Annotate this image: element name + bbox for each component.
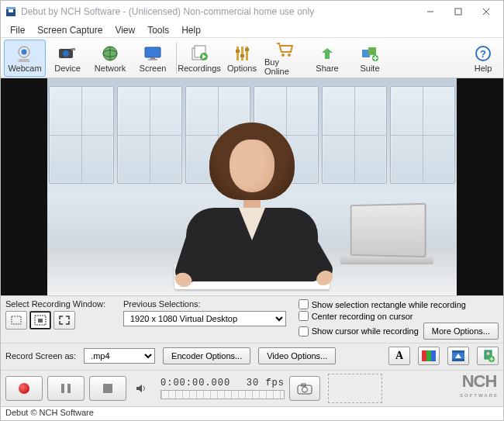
suite-icon (361, 43, 379, 64)
svg-rect-15 (145, 47, 161, 57)
svg-rect-49 (103, 384, 112, 393)
svg-rect-42 (452, 359, 464, 361)
svg-point-27 (281, 53, 285, 57)
toolbar-share[interactable]: Share (306, 40, 348, 77)
menu-screen-capture[interactable]: Screen Capture (31, 23, 109, 37)
svg-point-28 (288, 53, 291, 57)
webcam-preview (47, 78, 457, 295)
snapshot-button[interactable] (289, 376, 320, 401)
pause-icon (60, 383, 71, 394)
select-fullscreen-button[interactable] (54, 311, 75, 330)
svg-rect-17 (148, 59, 157, 60)
format-select[interactable]: .mp4 (84, 348, 155, 364)
device-icon (57, 43, 78, 64)
minimize-button[interactable] (416, 2, 444, 21)
timeline-ruler[interactable] (161, 390, 285, 399)
toolbar-network-label: Network (95, 64, 126, 73)
cart-icon (275, 40, 294, 57)
menu-help[interactable]: Help (175, 23, 207, 37)
maximize-button[interactable] (444, 2, 472, 21)
window-title: Debut by NCH Software - (Unlicensed) Non… (21, 6, 416, 17)
close-button[interactable] (472, 2, 500, 21)
svg-rect-11 (71, 48, 75, 50)
timecode-value: 0:00:00.000 (161, 378, 230, 388)
svg-rect-21 (236, 47, 239, 60)
toolbar-suite-label: Suite (360, 64, 379, 73)
toolbar-network[interactable]: Network (89, 40, 131, 77)
toolbar-webcam-label: Webcam (8, 64, 41, 73)
svg-rect-30 (368, 47, 376, 55)
recordings-icon (190, 43, 209, 64)
svg-point-45 (487, 352, 490, 355)
toolbar-webcam[interactable]: Webcam (4, 40, 46, 77)
help-icon: ? (475, 43, 492, 64)
speaker-icon[interactable] (136, 383, 148, 394)
more-options-button[interactable]: More Options... (423, 323, 499, 340)
svg-rect-4 (455, 9, 461, 15)
svg-rect-26 (245, 48, 249, 51)
svg-rect-25 (240, 54, 244, 57)
app-icon (5, 6, 16, 17)
network-icon (101, 43, 119, 64)
svg-rect-48 (67, 384, 71, 393)
check-show-rectangle[interactable]: Show selection rectangle while recording (299, 299, 499, 309)
toolbar-buy-online[interactable]: Buy Online (264, 40, 306, 77)
toolbar-screen-label: Screen (140, 64, 167, 73)
stop-button[interactable] (89, 376, 126, 401)
check-show-cursor[interactable]: Show cursor while recording (299, 326, 419, 336)
toolbar: Webcam Device Network Screen Recordings … (1, 38, 503, 78)
preview-drop-area[interactable] (328, 374, 382, 403)
svg-rect-38 (426, 350, 431, 361)
select-rectangle-button[interactable] (5, 311, 27, 330)
effects-button[interactable] (447, 347, 469, 365)
svg-rect-39 (431, 350, 436, 361)
stop-icon (102, 383, 113, 394)
svg-point-51 (302, 387, 308, 392)
toolbar-separator (176, 43, 177, 74)
toolbar-help[interactable]: ? Help (467, 40, 499, 77)
toolbar-recordings-label: Recordings (178, 64, 221, 73)
toolbar-device-label: Device (54, 64, 81, 73)
camera-icon (297, 382, 312, 395)
toolbar-suite[interactable]: Suite (349, 40, 391, 77)
encoder-options-button[interactable]: Encoder Options... (163, 347, 250, 364)
share-icon (319, 43, 336, 64)
menu-view[interactable]: View (109, 23, 141, 37)
status-bar: Debut © NCH Software (1, 406, 503, 420)
record-button[interactable] (5, 376, 43, 401)
toolbar-options[interactable]: Options (221, 40, 263, 77)
toolbar-recordings[interactable]: Recordings (178, 40, 220, 77)
svg-rect-34 (12, 316, 21, 324)
select-window-label: Select Recording Window: (5, 299, 116, 309)
toolbar-device[interactable]: Device (47, 40, 88, 77)
svg-text:?: ? (480, 48, 486, 60)
toolbar-options-label: Options (227, 64, 257, 73)
toolbar-screen[interactable]: Screen (132, 40, 174, 77)
overlay-webcam-button[interactable] (477, 347, 499, 365)
toolbar-help-label: Help (475, 64, 492, 73)
pause-button[interactable] (47, 376, 85, 401)
webcam-icon (15, 43, 35, 64)
record-as-label: Record Screen as: (5, 351, 76, 361)
svg-rect-47 (61, 384, 64, 393)
svg-rect-24 (236, 50, 240, 53)
check-center-cursor[interactable]: Center recording on cursor (299, 311, 499, 321)
screen-icon (143, 43, 163, 64)
previous-selections-select[interactable]: 1920 x 1080 Virtual Desktop (123, 311, 286, 326)
fps-value: 30 fps (247, 378, 285, 388)
text-overlay-button[interactable]: A (388, 347, 410, 365)
menu-tools[interactable]: Tools (141, 23, 175, 37)
svg-rect-41 (452, 350, 464, 353)
toolbar-buy-label: Buy Online (264, 57, 305, 76)
menu-file[interactable]: File (4, 23, 31, 37)
select-window-button[interactable] (29, 311, 51, 330)
video-options-button[interactable]: Video Options... (258, 347, 336, 364)
color-adjust-button[interactable] (418, 347, 440, 365)
toolbar-share-label: Share (316, 64, 338, 73)
svg-rect-1 (6, 7, 16, 9)
previous-selections-label: Previous Selections: (123, 299, 286, 309)
preview-area (1, 78, 503, 295)
options-icon (233, 43, 250, 64)
svg-point-8 (22, 49, 27, 54)
menu-bar: File Screen Capture View Tools Help (1, 22, 503, 38)
